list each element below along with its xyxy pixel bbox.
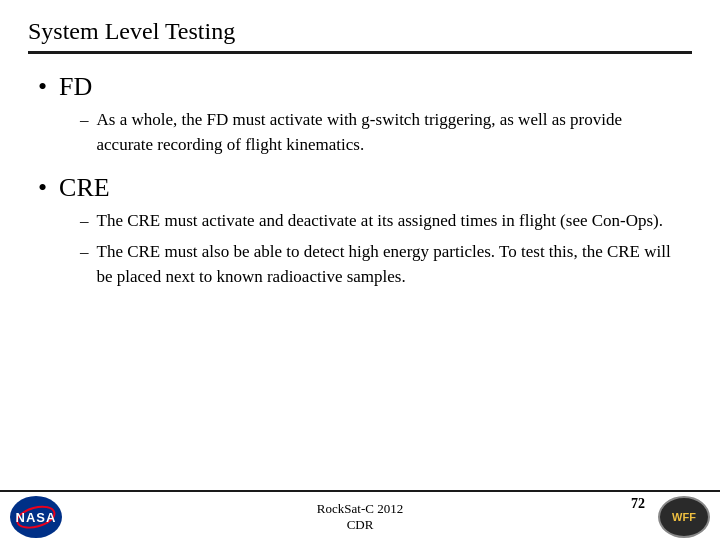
sub-bullets-cre: – The CRE must activate and deactivate a… (80, 209, 682, 289)
wff-logo: WFF (658, 496, 710, 538)
sub-bullet-fd-1: – As a whole, the FD must activate with … (80, 108, 682, 157)
sub-text-cre-1: The CRE must activate and deactivate at … (97, 209, 683, 234)
sub-bullet-cre-2: – The CRE must also be able to detect hi… (80, 240, 682, 289)
footer-page-number: 72 (631, 496, 645, 512)
nasa-logo: NASA (10, 496, 62, 538)
bullet-main-fd: • FD (38, 72, 682, 102)
sub-bullets-fd: – As a whole, the FD must activate with … (80, 108, 682, 157)
footer-center-top: RockSat-C 2012 (317, 501, 403, 517)
bullet-label-fd: FD (59, 72, 92, 102)
nasa-label: NASA (16, 510, 57, 525)
bullet-fd: • FD – As a whole, the FD must activate … (38, 72, 682, 157)
bullet-dot-cre: • (38, 175, 47, 201)
content-section: • FD – As a whole, the FD must activate … (28, 72, 692, 540)
slide-container: System Level Testing • FD – As a whole, … (0, 0, 720, 540)
sub-dash-cre-1: – (80, 209, 89, 234)
slide-title: System Level Testing (28, 18, 692, 45)
sub-text-cre-2: The CRE must also be able to detect high… (97, 240, 683, 289)
sub-text-fd-1: As a whole, the FD must activate with g-… (97, 108, 683, 157)
bullet-cre: • CRE – The CRE must activate and deacti… (38, 173, 682, 289)
wff-label: WFF (672, 511, 696, 523)
footer: NASA RockSat-C 2012 72 CDR WFF (0, 490, 720, 540)
title-section: System Level Testing (28, 18, 692, 54)
footer-center-bottom: CDR (347, 517, 374, 533)
bullet-dot-fd: • (38, 74, 47, 100)
sub-dash-fd-1: – (80, 108, 89, 133)
bullet-main-cre: • CRE (38, 173, 682, 203)
footer-center: RockSat-C 2012 72 CDR (62, 501, 658, 533)
bullet-label-cre: CRE (59, 173, 110, 203)
sub-bullet-cre-1: – The CRE must activate and deactivate a… (80, 209, 682, 234)
sub-dash-cre-2: – (80, 240, 89, 265)
